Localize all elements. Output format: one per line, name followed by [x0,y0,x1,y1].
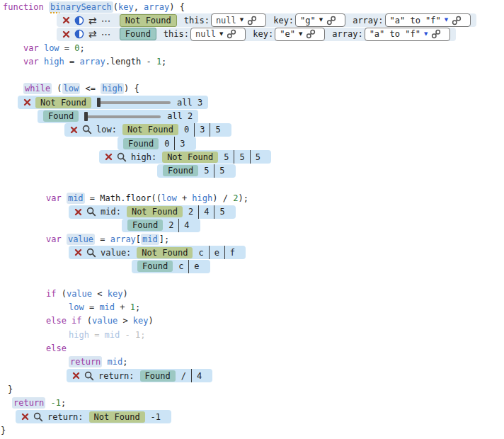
probe-value: 4 [178,219,194,232]
probe-row: high:Not Found555 [99,150,271,164]
blank-line [0,68,504,81]
editor-line: return:Not Found-1 [0,410,504,423]
probe-row: return:Not Found-1 [16,410,171,423]
magnifier-icon[interactable] [82,125,92,135]
code-token: ; [122,357,127,367]
example-name-tag: Found [127,219,163,231]
toggle-example-icon[interactable] [74,29,84,39]
toggle-example-icon[interactable] [74,16,84,25]
code-token: while [23,83,52,94]
editor-line: value:Not Foundcef [0,246,504,259]
slider-thumb[interactable] [97,98,101,107]
code-token: value [67,234,95,245]
code-editor[interactable]: function binarySearch(key, array) {⇄⋯Not… [0,0,504,439]
code-token: ( [82,316,92,326]
code-token: ( [113,2,118,12]
code-token: return [69,356,102,367]
remove-probe-button[interactable] [74,249,82,256]
link-icon[interactable] [326,16,336,25]
example-name-tag[interactable]: Found [120,28,156,40]
code-token: value [92,316,118,326]
editor-line: Found55 [0,164,504,178]
link-icon[interactable] [431,29,441,39]
code-token: = [95,234,110,244]
dropdown-arrow-icon: ▼ [299,32,302,37]
remove-probe-button[interactable] [70,126,78,134]
parameter-value-dropdown[interactable]: "a" to "f"▼ [365,28,451,41]
swap-examples-icon[interactable]: ⇄ [88,29,97,39]
editor-line: if (value < key) [0,287,504,300]
probe-row: low:Not Found035 [64,123,231,137]
code-token [45,398,50,408]
remove-probe-button[interactable] [72,372,80,380]
example-row: ⇄⋯Not Foundthis:null▼key:"g"▼array:"a" t… [57,13,476,27]
code-token: ( [52,84,62,93]
magnifier-icon[interactable] [33,412,43,422]
dropdown-value: null [195,29,216,39]
remove-probe-button[interactable] [74,208,82,216]
remove-probe-button[interactable] [105,153,113,161]
parameter-value-dropdown[interactable]: "g"▼ [295,13,345,27]
parameter-label: key: [253,29,273,39]
delete-example-button[interactable] [62,16,70,24]
code-token: low [44,43,59,53]
code-token: binarySearch [49,1,113,13]
swap-examples-icon[interactable]: ⇄ [88,16,97,25]
probe-value: e [188,260,204,273]
probe-value: 5 [210,123,225,137]
example-name-tag[interactable]: Not Found [120,14,177,27]
dropdown-arrow-icon: ▼ [219,32,223,37]
code-token: [ [136,234,141,244]
magnifier-icon[interactable] [117,152,127,162]
iteration-slider[interactable] [84,112,161,121]
link-icon[interactable] [306,29,316,39]
editor-line: low = mid + 1; [0,301,504,314]
slider-thumb[interactable] [84,112,88,121]
probe-value: c [193,246,208,259]
editor-line: ⇄⋯Foundthis:null▼key:"e"▼array:"a" to "f… [0,28,504,41]
code-token: ) { [124,84,139,93]
code-token: = [89,330,105,340]
code-token: array [144,2,169,12]
remove-probe-button[interactable] [23,98,31,106]
iteration-slider[interactable] [97,98,171,107]
example-name-tag: Found [163,165,198,176]
code-token: else if [46,316,82,326]
editor-line: else [0,341,504,355]
code-token: ; [135,302,140,312]
probe-value: 2 [183,205,198,219]
parameter-value-dropdown[interactable]: null▼ [190,28,246,41]
probe-values: 24 [164,219,194,232]
magnifier-icon[interactable] [86,248,96,258]
code-token: > [118,316,133,326]
probe-row: mid:Not Found245 [69,205,236,219]
parameter-value-dropdown[interactable]: "e"▼ [275,28,325,41]
more-options-icon[interactable]: ⋯ [101,29,111,39]
example-name-tag: Not Found [35,97,91,108]
dropdown-value: "e" [280,29,295,39]
probe-values: 035 [179,123,226,137]
probe-value: 3 [194,123,210,137]
code-token: function [3,2,49,12]
code-token: = [59,43,75,53]
remove-probe-button[interactable] [21,413,29,421]
link-icon[interactable] [452,16,462,25]
parameter-value-dropdown[interactable]: null▼ [211,13,266,27]
magnifier-icon[interactable] [86,207,96,217]
dropdown-arrow-icon: ▼ [445,18,448,23]
code-token: - 1; [120,330,145,340]
code-token: < [92,289,108,299]
more-options-icon[interactable]: ⋯ [101,16,111,25]
example-name-tag: Not Found [122,124,178,135]
link-icon[interactable] [247,16,257,25]
example-name-tag: Not Found [89,411,145,423]
parameter-value-dropdown[interactable]: "a" to "f"▼ [385,13,471,27]
editor-line: var value = array[mid]; [0,232,504,246]
link-icon[interactable] [227,29,236,39]
probe-value: 5 [234,150,249,164]
code-token: value [67,289,92,299]
dropdown-arrow-icon: ▼ [424,32,428,37]
delete-example-button[interactable] [62,30,70,38]
magnifier-icon[interactable] [84,371,94,381]
probe-value: f [224,246,240,259]
